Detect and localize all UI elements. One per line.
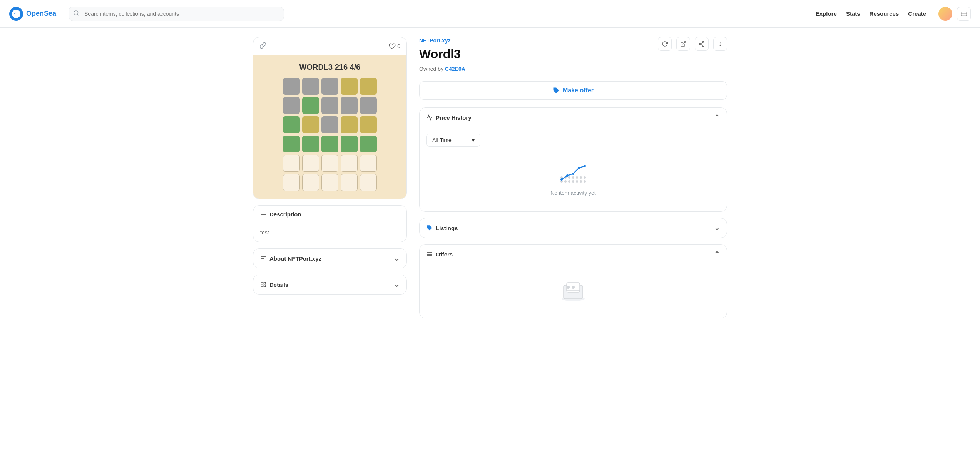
nav-create[interactable]: Create <box>908 10 926 17</box>
svg-point-29 <box>580 180 582 183</box>
wordle-cell-0-2 <box>321 78 338 95</box>
listings-label: Listings <box>436 225 458 231</box>
wordle-cell-3-4 <box>360 136 377 152</box>
search-input[interactable] <box>69 7 284 21</box>
svg-point-20 <box>720 42 720 42</box>
description-header-left: Description <box>260 211 301 218</box>
svg-point-51 <box>572 286 575 289</box>
svg-point-25 <box>564 180 567 183</box>
svg-point-27 <box>572 180 574 183</box>
avatar[interactable] <box>938 7 952 21</box>
search-icon <box>73 10 79 18</box>
svg-point-0 <box>74 11 78 15</box>
price-history-body: All Time ▾ <box>420 127 727 211</box>
details-header[interactable]: Details <box>253 275 406 294</box>
svg-point-30 <box>584 180 586 183</box>
svg-point-28 <box>576 180 578 183</box>
description-body: test <box>253 223 406 242</box>
owner-line: Owned by C42E0A <box>419 66 465 72</box>
opensea-logo[interactable]: OpenSea <box>9 7 56 21</box>
offers-header[interactable]: Offers <box>420 245 727 264</box>
details-card: Details <box>253 275 407 295</box>
wordle-cell-3-3 <box>341 136 358 152</box>
listings-chevron <box>714 224 720 232</box>
svg-line-19 <box>701 42 703 44</box>
wordle-cell-1-3 <box>341 97 358 114</box>
offers-body <box>420 264 727 318</box>
wordle-cell-1-2 <box>321 97 338 114</box>
make-offer-button[interactable]: Make offer <box>419 81 727 100</box>
opensea-logo-icon <box>9 7 23 21</box>
svg-point-38 <box>560 178 563 181</box>
price-history-header[interactable]: Price History <box>420 108 727 127</box>
svg-point-37 <box>584 176 586 179</box>
wordle-cell-1-4 <box>360 97 377 114</box>
no-offers-icon <box>560 280 587 303</box>
make-offer-label: Make offer <box>563 87 594 94</box>
svg-point-15 <box>702 41 704 43</box>
heart-count: 0 <box>397 43 400 49</box>
wordle-title: WORDL3 216 4/6 <box>299 63 361 72</box>
wordle-cell-3-0 <box>283 136 300 152</box>
svg-point-42 <box>584 165 586 167</box>
search-bar[interactable] <box>69 7 284 21</box>
svg-point-33 <box>568 176 570 179</box>
listings-header[interactable]: Listings <box>420 218 727 238</box>
wordle-cell-0-0 <box>283 78 300 95</box>
external-link-button[interactable] <box>676 37 690 51</box>
wordle-cell-4-2 <box>321 155 338 172</box>
wordle-cell-4-4 <box>360 155 377 172</box>
listings-card: Listings <box>419 218 727 238</box>
wallet-button[interactable] <box>957 7 971 21</box>
details-chevron <box>394 280 400 289</box>
collection-link[interactable]: NFTPort.xyz <box>419 37 451 44</box>
details-header-left: Details <box>260 281 288 288</box>
listings-icon <box>426 225 433 231</box>
svg-point-16 <box>699 43 701 45</box>
offers-icon <box>426 251 433 257</box>
time-filter[interactable]: All Time ▾ <box>426 134 480 147</box>
nav-stats[interactable]: Stats <box>846 10 860 17</box>
logo-text: OpenSea <box>26 10 56 18</box>
chart-icon <box>426 114 433 121</box>
svg-line-1 <box>77 14 79 15</box>
about-label: About NFTPort.xyz <box>269 255 321 262</box>
offers-header-left: Offers <box>426 251 453 258</box>
time-filter-chevron: ▾ <box>472 137 475 143</box>
more-button[interactable] <box>713 37 727 51</box>
heart-button[interactable]: 0 <box>389 43 400 50</box>
svg-rect-11 <box>264 282 266 284</box>
nav-explore[interactable]: Explore <box>816 10 837 17</box>
price-history-chevron <box>714 113 720 122</box>
svg-point-21 <box>720 44 720 44</box>
svg-point-17 <box>702 45 704 47</box>
nft-card-header: 0 <box>253 37 406 55</box>
wordle-cell-5-2 <box>321 174 338 191</box>
top-actions <box>658 37 727 51</box>
offers-card: Offers <box>419 244 727 318</box>
wordle-cell-2-1 <box>302 116 319 133</box>
description-label: Description <box>269 211 301 218</box>
description-header[interactable]: Description <box>253 206 406 223</box>
wordle-cell-0-3 <box>341 78 358 95</box>
about-chevron <box>394 254 400 263</box>
price-history-label: Price History <box>436 114 472 121</box>
svg-point-26 <box>568 180 570 183</box>
nav-resources[interactable]: Resources <box>870 10 899 17</box>
offers-chevron <box>714 250 720 258</box>
listings-header-left: Listings <box>426 225 458 231</box>
wordle-cell-3-1 <box>302 136 319 152</box>
about-header[interactable]: About NFTPort.xyz <box>253 249 406 268</box>
right-panel: NFTPort.xyz Wordl3 Owned by C42E0A <box>419 37 727 325</box>
owner-link[interactable]: C42E0A <box>445 66 465 72</box>
share-button[interactable] <box>695 37 709 51</box>
nft-title: Wordl3 <box>419 47 465 61</box>
refresh-button[interactable] <box>658 37 672 51</box>
details-icon <box>260 281 266 288</box>
offers-label: Offers <box>436 251 453 258</box>
owner-label: Owned by <box>419 66 443 72</box>
no-activity-label: No item activity yet <box>550 190 595 196</box>
link-icon <box>259 42 266 50</box>
no-offers-placeholder <box>426 270 720 312</box>
wordle-image: WORDL3 216 4/6 <box>253 55 406 199</box>
